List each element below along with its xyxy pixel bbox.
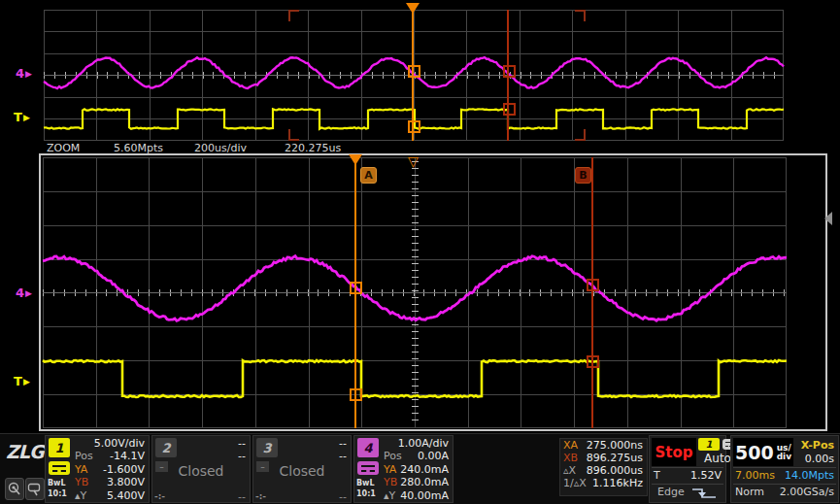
ch1-yb-label: YB	[75, 476, 88, 488]
xb-value: 896.275us	[587, 452, 643, 464]
ch4-scale[interactable]: 1.00A/div	[398, 437, 449, 450]
xa-value: 275.000ns	[587, 439, 643, 452]
ch1-ya-label: YA	[75, 463, 87, 476]
ch2-dash3: -:-	[154, 491, 165, 501]
ch1-probe-ratio: 10:1	[48, 489, 67, 498]
ch4-ya-value: 240.0mA	[400, 463, 449, 476]
menu-collapse-handle-icon[interactable]	[824, 212, 832, 225]
run-state: Stop	[655, 444, 692, 461]
zoom-region-bracket-left-top	[288, 10, 299, 21]
marker-arrow-icon: ▶	[23, 377, 30, 386]
gesture-icon	[27, 482, 42, 496]
ch4-probe-ratio: 10:1	[356, 489, 376, 498]
ch2-dash4: --	[238, 490, 246, 503]
xpos-label: X-Pos	[801, 439, 834, 452]
ch3-state: Closed	[253, 463, 351, 479]
timebase-unit-bottom: div	[777, 453, 791, 461]
ch3-dash3: -:-	[255, 491, 266, 501]
touch-mode-button[interactable]	[5, 478, 24, 500]
run-state-box[interactable]: Stop	[652, 438, 696, 466]
zoom-center-ruler-v	[412, 161, 419, 425]
xb-label: XB	[563, 452, 578, 464]
ch4-dc-coupling-icon[interactable]	[357, 461, 379, 475]
channel-1-panel[interactable]: 1 BwL 10:1 5.00V/div Pos-14.1V YA-1.600V…	[45, 435, 150, 503]
ch2-dash2: --	[238, 450, 246, 462]
cursor-b-ch1-intersect-overview	[503, 103, 516, 116]
ch4-yb-value: 280.0mA	[400, 476, 449, 488]
ch4-ya-label: YA	[384, 463, 396, 476]
ch4-bandwidth-limit: BwL	[356, 479, 375, 487]
falling-edge-icon	[690, 487, 718, 501]
acquisition-mode[interactable]: Norm	[735, 485, 764, 499]
ch4-dy-label: ▴Y	[384, 489, 395, 502]
trigger-level-value[interactable]: 1.52V	[690, 468, 722, 483]
channel-2-panel[interactable]: 2 – -- -- Closed -:- --	[151, 435, 251, 503]
xa-label: XA	[563, 439, 578, 452]
ch3-dash2: --	[339, 450, 347, 462]
gesture-mode-button[interactable]	[25, 478, 45, 500]
channel-4-badge[interactable]: 4	[357, 438, 379, 457]
cursor-a-handle-icon[interactable]	[349, 154, 362, 165]
cursor-a-ch4-intersect-overview	[408, 65, 420, 78]
marker-arrow-icon: ▶	[23, 113, 30, 122]
ch3-dash4: --	[339, 490, 347, 503]
channel-3-badge[interactable]: 3	[256, 438, 278, 457]
status-bar: ZLG® 1 BwL 10:1 5.00V/div	[0, 433, 840, 504]
dx-value: 896.000us	[587, 464, 643, 477]
ch1-pos-label: Pos	[75, 450, 93, 462]
trigger-level-label: T	[654, 468, 660, 483]
ch4-pos-label: Pos	[384, 450, 402, 462]
zoom-region-bracket-right-top	[575, 10, 586, 21]
cursor-b-badge[interactable]: B	[575, 167, 591, 184]
brand-logo: ZLG®	[6, 441, 50, 462]
ch1-dy-value: 5.400V	[107, 489, 145, 502]
timebase-span: 7.00ms	[735, 468, 775, 483]
cursor-readout-panel: XA275.000ns XB896.275us ▵X896.000us 1/▵X…	[559, 438, 648, 496]
ch3-dash1: --	[339, 437, 347, 450]
ch4-position-marker-zoom[interactable]: 4 ▶	[16, 286, 32, 300]
ch2-state: Closed	[152, 463, 250, 479]
ch4-yb-label: YB	[384, 476, 397, 488]
trigger-position-icon-zoom[interactable]: ▽	[408, 155, 419, 167]
channel-3-panel[interactable]: 3 – -- -- Closed -:- --	[252, 435, 352, 503]
ch1-dc-coupling-icon[interactable]	[49, 461, 70, 475]
trigger-level-marker-overview[interactable]: T ▶	[14, 110, 30, 124]
zoom-region-bracket-right-bottom	[575, 129, 586, 141]
ch1-dy-label: ▴Y	[75, 489, 86, 502]
cursor-a-badge[interactable]: A	[360, 167, 377, 184]
ch2-dash1: --	[238, 437, 246, 450]
marker-arrow-icon: ▶	[25, 69, 32, 79]
memory-depth[interactable]: 14.0Mpts	[785, 468, 834, 483]
dx-label: ▵X	[563, 464, 576, 477]
channel-2-badge[interactable]: 2	[155, 438, 177, 457]
channel-1-badge[interactable]: 1	[49, 438, 70, 457]
trigger-source-badge[interactable]: 1	[698, 438, 720, 451]
sample-rate: 2.00GSa/s	[780, 485, 834, 499]
channel-4-panel[interactable]: 4 BwL 10:1 1.00A/div Pos0.00A YA240.0mA …	[353, 435, 454, 503]
ch4-pos-value[interactable]: 0.00A	[418, 450, 449, 462]
trigger-type[interactable]: Edge	[657, 485, 685, 499]
timebase-scale-box[interactable]: 500 us/ div	[733, 438, 793, 466]
ch4-dy-value: 40.00mA	[400, 489, 449, 502]
ch1-ya-value: -1.600V	[103, 463, 145, 476]
ch1-pos-value[interactable]: -14.1V	[110, 450, 145, 462]
trigger-level-marker-zoom[interactable]: T ▶	[14, 374, 30, 388]
cursor-b-ch4-intersect-overview	[503, 65, 516, 78]
cursor-a-ch4-intersect-zoom	[350, 282, 362, 294]
timebase-scale-value: 500	[735, 442, 774, 463]
oscilloscope-screen: ZOOM 5.60Mpts 200us/div 220.275us ▽ A B …	[0, 0, 840, 504]
trigger-panel[interactable]: Stop 1 Auto T 1.52V Edge	[649, 435, 726, 503]
touch-icon	[7, 482, 21, 496]
ch1-bandwidth-limit: BwL	[48, 479, 66, 487]
zoom-region-bracket-left-bottom	[288, 129, 299, 141]
inv-dx-value: 1.116kHz	[592, 477, 643, 489]
inv-dx-label: 1/▵X	[563, 477, 587, 489]
brand-block: ZLG®	[0, 435, 45, 503]
cursor-b-line-zoom[interactable]	[591, 157, 593, 428]
cursor-a-ch1-intersect-zoom	[350, 388, 362, 401]
ch1-scale[interactable]: 5.00V/div	[94, 437, 145, 450]
xpos-value[interactable]: 0.00s	[805, 453, 834, 465]
trigger-position-icon-overview[interactable]	[406, 3, 420, 14]
ch4-position-marker-overview[interactable]: 4 ▶	[16, 66, 32, 81]
timebase-panel[interactable]: 500 us/ div X-Pos 0.00s 7.00ms 14.0Mpts …	[730, 435, 839, 503]
